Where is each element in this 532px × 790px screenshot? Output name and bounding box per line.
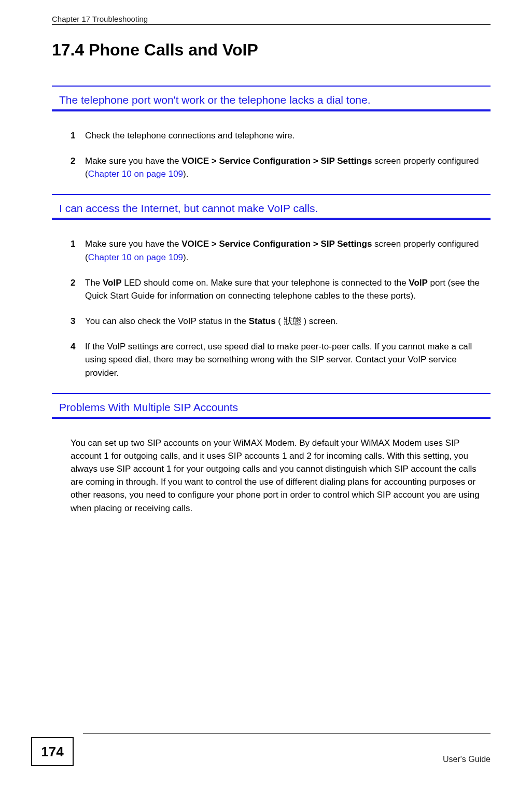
callout-top-rule [52,194,491,195]
list-item: 2 The VoIP LED should come on. Make sure… [71,276,491,302]
step-text: The VoIP LED should come on. Make sure t… [85,278,480,301]
cross-ref-link[interactable]: Chapter 10 on page 109 [88,169,183,179]
step-text: You can also check the VoIP status in th… [85,316,338,326]
running-header: Chapter 17 Troubleshooting [52,15,491,23]
list-item: 2 Make sure you have the VOICE > Service… [71,154,491,180]
step-number: 2 [71,276,75,289]
cross-ref-link[interactable]: Chapter 10 on page 109 [88,252,183,262]
callout-cannot-voip: I can access the Internet, but cannot ma… [52,194,491,220]
body-paragraph: You can set up two SIP accounts on your … [52,436,491,515]
page-footer: 174 User's Guide [0,729,532,766]
callout-top-rule [52,393,491,394]
callout-bottom-rule [52,417,491,419]
step-text: Make sure you have the VOICE > Service C… [85,239,479,262]
callout-label: The telephone port won't work or the tel… [52,92,491,106]
step-number: 1 [71,237,75,250]
step-text: Make sure you have the VOICE > Service C… [85,156,479,179]
list-item: 1 Check the telephone connections and te… [71,129,491,142]
callout-no-dial-tone: The telephone port won't work or the tel… [52,86,491,111]
page-number-box: 174 [31,737,74,766]
footer-rule [83,733,491,734]
steps-list-1: 1 Check the telephone connections and te… [52,129,491,180]
list-item: 1 Make sure you have the VOICE > Service… [71,237,491,263]
step-number: 3 [71,315,75,328]
list-item: 4 If the VoIP settings are correct, use … [71,340,491,379]
callout-bottom-rule [52,218,491,220]
step-number: 4 [71,340,75,353]
callout-label: I can access the Internet, but cannot ma… [52,200,491,215]
step-text: Check the telephone connections and tele… [85,131,295,140]
callout-top-rule [52,86,491,87]
step-number: 2 [71,154,75,167]
list-item: 3 You can also check the VoIP status in … [71,315,491,328]
steps-list-2: 1 Make sure you have the VOICE > Service… [52,237,491,379]
section-heading: 17.4 Phone Calls and VoIP [52,40,491,60]
callout-label: Problems With Multiple SIP Accounts [52,399,491,414]
header-rule [52,24,491,25]
callout-multiple-sip: Problems With Multiple SIP Accounts [52,393,491,419]
step-text: If the VoIP settings are correct, use sp… [85,342,472,377]
guide-label: User's Guide [443,755,491,766]
step-number: 1 [71,129,75,142]
callout-bottom-rule [52,109,491,111]
page-number: 174 [41,744,63,760]
